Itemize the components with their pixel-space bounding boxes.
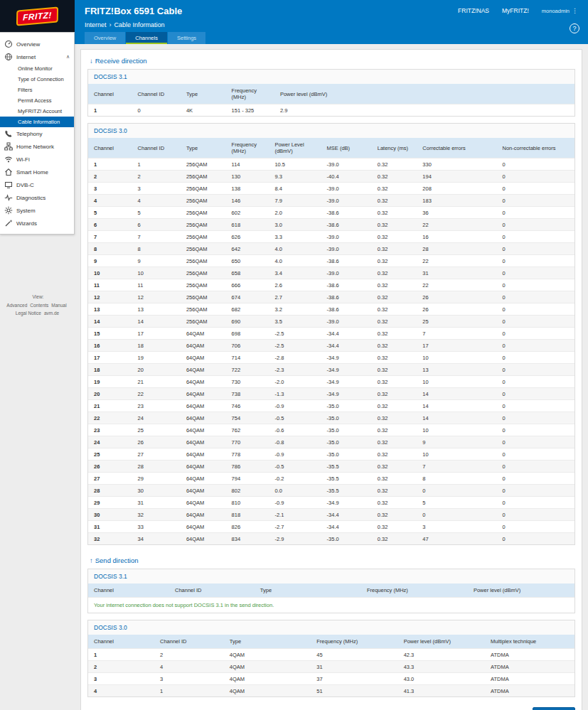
- sidebar-item-label: Telephony: [16, 131, 42, 137]
- table-cell: 41.3: [398, 685, 485, 697]
- breadcrumb-section[interactable]: Internet: [85, 21, 107, 28]
- table-cell: 738: [226, 388, 269, 400]
- table-cell: 0: [497, 412, 574, 424]
- fritz-logo[interactable]: FRITZ!: [0, 0, 75, 32]
- sidebar-subitem-type-of-connection[interactable]: Type of Connection: [0, 74, 74, 85]
- table-cell: -38.6: [321, 291, 372, 303]
- table-cell: 20: [88, 388, 132, 400]
- table-cell: 13: [88, 303, 132, 316]
- table-row: 262864QAM786-0.5-35.50.3270: [88, 461, 574, 473]
- table-cell: 14: [132, 316, 181, 328]
- table-cell: 746: [226, 400, 269, 412]
- table-cell: 26: [417, 291, 496, 303]
- table-cell: 0: [497, 473, 574, 485]
- sidebar-item-dvb-c[interactable]: DVB-C: [0, 178, 74, 191]
- user-menu[interactable]: monoadmin ⋮: [542, 7, 578, 14]
- sidebar-item-telephony[interactable]: Telephony: [0, 127, 74, 140]
- sidebar-subitem-filters[interactable]: Filters: [0, 85, 74, 95]
- tab-settings[interactable]: Settings: [168, 32, 205, 44]
- table-cell: 0: [497, 376, 574, 388]
- receive-docsis30-title: DOCSIS 3.0: [88, 124, 574, 138]
- table-cell: 14: [88, 316, 132, 328]
- table-cell: 12: [88, 291, 132, 303]
- table-cell: 0: [497, 279, 574, 291]
- myfritz-link[interactable]: MyFRITZ!: [502, 7, 529, 14]
- table-cell: 6: [132, 219, 181, 231]
- table-cell: 3.0: [269, 219, 321, 231]
- table-cell: 26: [132, 436, 181, 448]
- sidebar-item-wi-fi[interactable]: Wi-Fi: [0, 153, 74, 166]
- table-cell: -34.4: [321, 328, 372, 340]
- sidebar-subitem-cable-information[interactable]: Cable Information: [0, 117, 74, 127]
- manual-link[interactable]: Manual: [51, 303, 66, 308]
- table-row: 1212256QAM6742.7-38.60.32260: [88, 291, 574, 303]
- table-cell: 64QAM: [181, 400, 226, 412]
- table-cell: 0: [497, 231, 574, 243]
- table-row: 283064QAM8020.0-35.50.3200: [88, 485, 574, 497]
- table-cell: 130: [226, 171, 269, 183]
- table-cell: 2.9: [274, 104, 574, 117]
- table-cell: 26: [417, 303, 496, 316]
- table-cell: -34.4: [321, 521, 372, 533]
- table-cell: 28: [417, 243, 496, 255]
- refresh-button[interactable]: Refresh: [533, 707, 575, 710]
- fritznas-link[interactable]: FRITZ!NAS: [458, 7, 489, 14]
- sidebar-item-internet[interactable]: Internet∧: [0, 50, 74, 63]
- column-header: Type: [181, 84, 226, 104]
- table-cell: -0.6: [269, 424, 321, 436]
- table-cell: -39.0: [321, 231, 372, 243]
- table-cell: ATDMA: [485, 685, 574, 697]
- table-cell: 2: [88, 661, 154, 673]
- table-cell: 3.4: [269, 267, 321, 279]
- column-header: Type: [224, 635, 311, 649]
- table-cell: 26: [88, 461, 132, 473]
- tab-bar: OverviewChannelsSettings: [85, 32, 206, 44]
- table-cell: 7: [132, 231, 181, 243]
- sidebar-item-home-network[interactable]: Home Network: [0, 140, 74, 153]
- table-cell: 0: [497, 424, 574, 436]
- table-cell: 45: [311, 649, 397, 661]
- sidebar-subitem-myfritz-account[interactable]: MyFRITZ! Account: [0, 106, 74, 117]
- sidebar-item-system[interactable]: System: [0, 204, 74, 217]
- table-cell: 64QAM: [181, 340, 226, 352]
- table-row: 323464QAM834-2.9-35.00.32470: [88, 533, 574, 545]
- table-cell: -35.5: [321, 485, 372, 497]
- table-cell: 22: [417, 219, 496, 231]
- table-cell: 3: [154, 673, 224, 685]
- contents-link[interactable]: Contents: [30, 303, 48, 308]
- legal-notice-link[interactable]: Legal Notice: [16, 311, 41, 316]
- sidebar-subitem-online-monitor[interactable]: Online Monitor: [0, 63, 74, 74]
- sidebar-item-diagnostics[interactable]: Diagnostics: [0, 191, 74, 204]
- avm-de-link[interactable]: avm.de: [44, 311, 59, 316]
- table-cell: 4: [88, 685, 154, 697]
- table-cell: 24: [132, 412, 181, 424]
- sidebar-item-overview[interactable]: Overview: [0, 38, 74, 50]
- table-cell: 256QAM: [181, 158, 226, 171]
- table-cell: 18: [88, 364, 132, 376]
- table-cell: 27: [88, 473, 132, 485]
- app-title: FRITZ!Box 6591 Cable: [85, 6, 182, 16]
- tab-channels[interactable]: Channels: [126, 32, 167, 44]
- table-row: 66256QAM6183.0-38.60.32220: [88, 219, 574, 231]
- table-cell: 28: [88, 485, 132, 497]
- table-cell: 51: [311, 685, 397, 697]
- table-row: 293164QAM810-0.9-34.90.3250: [88, 497, 574, 509]
- table-row: 1414256QAM6903.5-39.00.32250: [88, 316, 574, 328]
- table-cell: -34.4: [321, 509, 372, 521]
- page-header-band: FRITZ!Box 6591 Cable FRITZ!NAS MyFRITZ! …: [75, 0, 588, 44]
- sidebar-item-wizards[interactable]: Wizards: [0, 217, 74, 230]
- table-cell: 64QAM: [181, 388, 226, 400]
- sidebar-item-label: Smart Home: [16, 169, 48, 176]
- table-cell: 2: [154, 649, 224, 661]
- sidebar-item-smart-home[interactable]: Smart Home: [0, 166, 74, 178]
- sidebar-subitem-permit-access[interactable]: Permit Access: [0, 95, 74, 106]
- table-cell: 7: [417, 461, 496, 473]
- table-cell: 0: [497, 316, 574, 328]
- fritz-logo-text: FRITZ!: [23, 10, 52, 23]
- table-cell: 34: [132, 533, 181, 545]
- table-cell: 770: [226, 436, 269, 448]
- tab-overview[interactable]: Overview: [85, 32, 125, 44]
- help-button[interactable]: ?: [570, 23, 579, 33]
- table-cell: 0: [497, 509, 574, 521]
- send-docsis31-title: DOCSIS 3.1: [88, 569, 574, 583]
